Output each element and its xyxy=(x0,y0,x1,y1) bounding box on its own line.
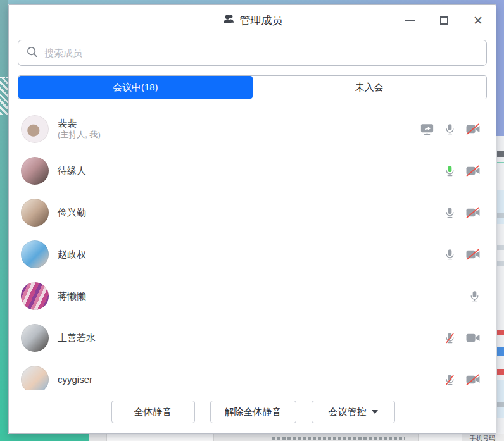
meeting-control-label: 会议管控 xyxy=(329,406,367,418)
dialog-title-wrap: 管理成员 xyxy=(222,13,283,28)
camera-icon[interactable] xyxy=(465,332,481,344)
desktop-left-strip xyxy=(0,0,8,441)
tab-in-meeting[interactable]: 会议中(18) xyxy=(18,76,253,99)
member-name: 蒋懒懒 xyxy=(58,290,469,302)
member-row[interactable]: 赵政权 xyxy=(9,233,496,275)
avatar xyxy=(21,115,49,143)
avatar xyxy=(21,199,49,227)
avatar xyxy=(21,157,49,185)
members-icon xyxy=(222,13,236,28)
member-row[interactable]: 俭兴勤 xyxy=(9,192,496,233)
maximize-button[interactable] xyxy=(435,11,453,29)
dialog-titlebar: 管理成员 ✕ xyxy=(9,5,496,35)
member-list: 裴裴 (主持人, 我) xyxy=(9,108,496,391)
avatar xyxy=(21,366,49,391)
avatar xyxy=(21,282,49,310)
member-subtitle: (主持人, 我) xyxy=(58,130,420,140)
search-box[interactable] xyxy=(18,40,487,66)
member-name: 待缘人 xyxy=(58,165,444,177)
desktop-right-strip xyxy=(496,0,504,441)
tab-not-joined[interactable]: 未入会 xyxy=(253,76,487,99)
member-name: 上善若水 xyxy=(58,332,444,344)
avatar xyxy=(21,240,49,268)
member-row[interactable]: 裴裴 (主持人, 我) xyxy=(9,108,496,150)
mic-icon[interactable] xyxy=(444,122,456,136)
member-name: 裴裴 xyxy=(58,118,420,130)
desktop-left-decoration xyxy=(0,77,8,115)
member-row[interactable]: 蒋懒懒 xyxy=(9,275,496,317)
minimize-button[interactable] xyxy=(401,11,419,29)
close-button[interactable]: ✕ xyxy=(469,11,487,29)
desktop-teal-block xyxy=(0,434,89,441)
member-name: cyygiser xyxy=(58,374,444,386)
member-name: 赵政权 xyxy=(58,249,444,261)
member-row[interactable]: cyygiser xyxy=(9,359,496,391)
avatar xyxy=(21,324,49,352)
meeting-control-button[interactable]: 会议管控 xyxy=(312,401,395,423)
chevron-down-icon xyxy=(372,410,378,414)
member-row[interactable]: 待缘人 xyxy=(9,150,496,192)
camera-icon[interactable] xyxy=(465,248,481,261)
camera-icon[interactable] xyxy=(465,165,481,177)
member-tabs: 会议中(18) 未入会 xyxy=(18,75,487,99)
manage-members-dialog: 管理成员 ✕ 会议中(18) 未入会 裴裴 (主持人, 我) xyxy=(8,4,496,434)
window-controls: ✕ xyxy=(401,5,487,35)
search-icon xyxy=(26,46,39,61)
screen-share-icon xyxy=(420,123,434,136)
desktop-bottom-strip: 手机号码 xyxy=(0,434,504,441)
desktop-top-strip xyxy=(8,0,504,4)
mute-all-button[interactable]: 全体静音 xyxy=(111,401,195,423)
mic-icon[interactable] xyxy=(469,289,481,303)
footer-bar: 全体静音 解除全体静音 会议管控 xyxy=(9,390,496,433)
camera-icon[interactable] xyxy=(465,206,481,219)
background-tiny-text xyxy=(272,437,405,440)
mic-icon[interactable] xyxy=(444,373,456,387)
member-row[interactable]: 上善若水 xyxy=(9,317,496,359)
camera-icon[interactable] xyxy=(465,373,481,386)
member-name: 俭兴勤 xyxy=(58,207,444,219)
mic-icon[interactable] xyxy=(444,331,456,345)
unmute-all-button[interactable]: 解除全体静音 xyxy=(210,401,296,423)
camera-icon[interactable] xyxy=(465,123,481,135)
mic-icon[interactable] xyxy=(444,247,456,261)
mic-icon[interactable] xyxy=(444,206,456,220)
search-input[interactable] xyxy=(44,47,479,58)
phone-number-label: 手机号码 xyxy=(470,434,495,441)
dialog-title: 管理成员 xyxy=(240,13,283,28)
mic-icon[interactable] xyxy=(444,164,456,178)
